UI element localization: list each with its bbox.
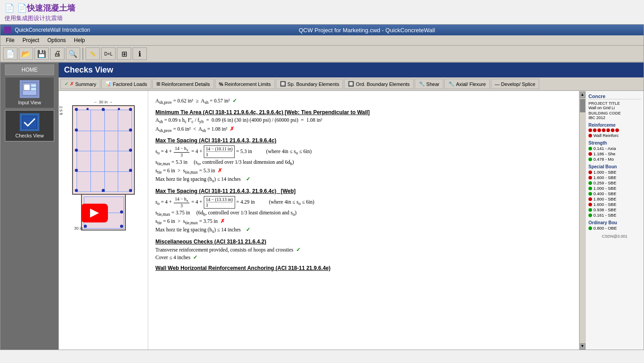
rebar-dot — [120, 210, 123, 214]
rebar-dot — [75, 189, 78, 192]
right-mo: 0.478 - Mo — [588, 157, 641, 162]
sbe2-dot — [588, 176, 592, 179]
csdn-watermark: CSDN@3.001 — [588, 234, 641, 239]
scroll-up[interactable]: ▲ — [580, 92, 585, 98]
new-button[interactable]: 📄 — [3, 47, 17, 60]
formula-horz-tie-1: Max horz tie leg spacing (hx) ≤ 14 inche… — [155, 176, 572, 183]
rebar-dot — [129, 169, 132, 172]
open-button[interactable]: 📂 — [19, 47, 33, 60]
wall-rein-dot — [588, 134, 592, 137]
app-window: QuickConcreteWall Introduction QCW Proje… — [0, 24, 644, 350]
window-title: QCW Project for Marketing.cwd - QuickCon… — [94, 27, 640, 34]
checks-view-title: Checks View — [59, 63, 644, 77]
rebar-dot — [118, 108, 120, 110]
right-sbe-3: 0.259 - SBE — [588, 180, 641, 185]
dim-height-label: 60 in — [148, 145, 149, 154]
table-button[interactable]: ⊞ — [117, 47, 131, 60]
check-icon-4: ✓ — [296, 247, 301, 252]
formula-stie-check-1: stie = 6 in > stie,max = 5.3 in ✗ — [155, 167, 572, 175]
save-button[interactable]: 💾 — [34, 47, 49, 60]
app-icon: 📄 — [4, 3, 14, 13]
menu-options[interactable]: Options — [44, 36, 69, 44]
rein-dot-1 — [588, 128, 592, 132]
scroll-thumb[interactable] — [580, 99, 585, 112]
factored-loads-icon: 📊 — [105, 81, 112, 87]
tab-reinforcement-limits[interactable]: % Reinforcement Limits — [215, 79, 275, 89]
tab-factored-loads-label: Factored Loads — [113, 81, 147, 87]
tab-rein-limits-label: Reinforcement Limits — [225, 81, 271, 87]
menu-file[interactable]: File — [2, 36, 18, 44]
youtube-play-button[interactable] — [81, 204, 108, 222]
sbe8-dot — [588, 208, 592, 212]
svg-rect-1 — [24, 84, 30, 90]
formula-transverse-rein: Transverse reinforcement provided, consi… — [155, 247, 572, 253]
fail-icon-3: ✗ — [220, 218, 225, 224]
tab-reinforcement-details[interactable]: ⊞ Reinforcement Details — [152, 79, 214, 89]
rebar-dot — [75, 108, 78, 111]
tab-shear-label: Shear — [426, 81, 439, 87]
formula-stiemax-2: stie,max = 3.75 in (6db, controlled over… — [155, 210, 572, 217]
summary-icon: ✓ — [64, 81, 69, 87]
dim-width-label: ← 30 in → — [63, 100, 143, 104]
tab-sp-boundary[interactable]: 🔲 Sp. Boundary Elements — [276, 79, 343, 89]
wall-reinforce-text: Wall Reinforc — [593, 133, 618, 138]
menu-project[interactable]: Project — [19, 36, 43, 44]
right-sp-boun-title: Special Boun — [588, 164, 641, 169]
section-max-tie-spacing-1: Max Tie Spacing (ACI 318-11 21.6.4.3, 21… — [155, 137, 572, 144]
sidebar-item-input-view[interactable]: Input View — [5, 77, 54, 108]
rein-dot-5 — [606, 128, 610, 132]
section-wall-web-anchor: Wall Web Horizontal Reinforcement Anchor… — [155, 265, 572, 271]
sbe6-dot — [588, 197, 592, 201]
axial-icon: 🔧 — [448, 81, 455, 87]
measure-button[interactable]: 📏 — [86, 47, 100, 60]
sbe3-dot — [588, 181, 592, 185]
sidebar-item-checks-view[interactable]: Checks View — [5, 110, 54, 141]
tab-shear[interactable]: 🔧 Shear — [415, 79, 443, 89]
rein-dot-7 — [615, 128, 619, 132]
diagram-panel: ← 30 in → — [59, 91, 148, 350]
scrollbar[interactable]: ▲ ▼ — [579, 91, 585, 350]
check-icon-1: ✓ — [232, 98, 237, 103]
ord-boundary-icon: 🔲 — [348, 81, 354, 87]
tab-ord-boundary[interactable]: 🔲 Ord. Boundary Elements — [344, 79, 413, 89]
rein-dot-2 — [593, 128, 597, 132]
tab-axial-flexure[interactable]: 🔧 Axial/ Flexure — [444, 79, 490, 89]
tab-label[interactable]: QuickConcreteWall Introduction — [15, 27, 90, 33]
dim-side-label: 2.5 ft — [59, 106, 63, 115]
scroll-down[interactable]: ▼ — [580, 343, 585, 350]
she-dot — [588, 152, 592, 156]
rein-dot-6 — [611, 128, 614, 132]
right-sbe-2: 1.600 - SBE — [588, 175, 641, 180]
tab-factored-loads[interactable]: 📊 Factored Loads — [101, 79, 151, 89]
rebar-dot — [120, 225, 123, 228]
right-reinforcement-title: Reinforceme — [588, 123, 641, 128]
sidebar-item-input-label: Input View — [18, 100, 41, 105]
print-button[interactable]: 🖨 — [50, 47, 64, 60]
tab-axial-label: Axial/ Flexure — [456, 81, 486, 87]
formula-stiemax-1: stie,max = 5.3 in (so, controlled over 1… — [155, 159, 572, 166]
rebar-dot — [75, 169, 78, 172]
right-strength-title: Strength — [588, 141, 641, 145]
mo-text: 0.478 - Mo — [593, 157, 614, 162]
svg-rect-3 — [31, 88, 36, 90]
code-value: IBC 2012 — [588, 115, 641, 120]
right-axia: 0.141 - Axia — [588, 146, 641, 151]
rein-details-icon: ⊞ — [156, 81, 160, 87]
rein-dot-3 — [597, 128, 601, 132]
right-sbe-1: 1.000 - SBE — [588, 170, 641, 175]
info-button[interactable]: ℹ — [133, 47, 147, 60]
menu-help[interactable]: Help — [70, 36, 89, 44]
grid-button[interactable]: D+L — [101, 47, 116, 60]
checks-view-icon — [20, 113, 39, 131]
zoom-button[interactable]: 🔍 — [66, 47, 80, 60]
sbe4-dot — [588, 187, 592, 190]
right-obe-1: 0.800 - OBE — [588, 226, 641, 231]
right-sbe-7: 1.600 - SBE — [588, 202, 641, 207]
sidebar-home-button[interactable]: HOME — [5, 64, 54, 75]
formula-ash-calc: Ash = 0.09 s hc F'c / fyh = 0.09 (6 in) … — [155, 117, 572, 124]
tab-summary[interactable]: ✓✗ Summary — [60, 79, 100, 89]
svg-rect-2 — [31, 84, 36, 87]
window-titlebar: QuickConcreteWall Introduction QCW Proje… — [0, 25, 644, 35]
check-icon-2: ✓ — [246, 176, 250, 182]
tab-develop-splice[interactable]: — Develop/ Splice — [491, 79, 539, 89]
